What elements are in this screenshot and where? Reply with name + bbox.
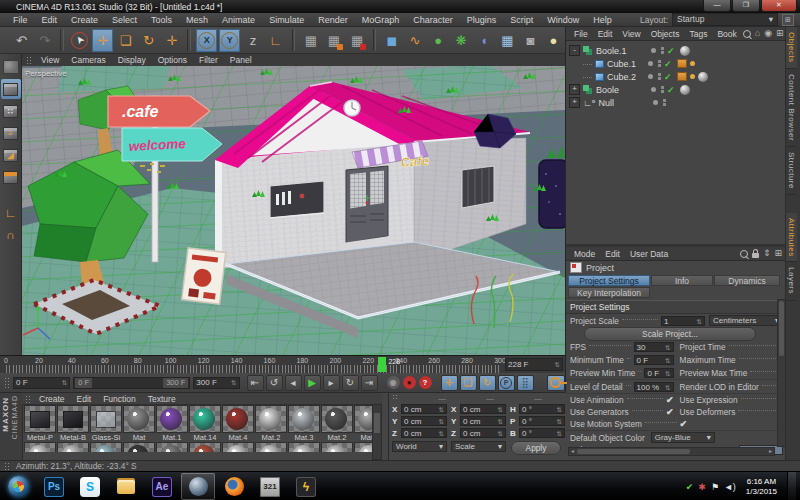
search-icon[interactable] — [740, 250, 748, 258]
usb-icon[interactable]: ✱ — [698, 482, 706, 492]
preview-min-field[interactable]: 0 F⇅ — [644, 368, 673, 378]
material-menu-texture[interactable]: Texture — [142, 394, 182, 404]
menu-tools[interactable]: Tools — [144, 15, 179, 25]
material-mat-2[interactable]: Mat.2 — [321, 405, 353, 442]
object-name[interactable]: Boole — [596, 85, 648, 95]
menu-edit[interactable]: Edit — [35, 15, 65, 25]
goto-end-button[interactable]: ⇥ — [361, 375, 378, 391]
object-row-boole-1[interactable]: -Boole.1✓ — [569, 44, 787, 57]
material-row2[interactable] — [123, 442, 155, 452]
visibility-toggles[interactable] — [661, 86, 664, 93]
menu-mograph[interactable]: MoGraph — [355, 15, 407, 25]
add-camera-button[interactable]: ◙ — [520, 29, 541, 52]
next-frame-button[interactable]: ▸ — [323, 375, 340, 391]
record-active-objects-button[interactable] — [547, 375, 565, 391]
object-menu-edit[interactable]: Edit — [593, 29, 618, 39]
lock-icon[interactable] — [752, 253, 759, 258]
lod-field[interactable]: 100 %⇅ — [634, 382, 674, 392]
material-row2[interactable] — [24, 442, 56, 452]
add-box-icon[interactable]: ⊞ — [774, 249, 782, 258]
material-mat-1[interactable]: Mat.1 — [156, 405, 188, 442]
undo-button[interactable]: ↶ — [11, 29, 32, 52]
redo-button[interactable]: ↷ — [34, 29, 55, 52]
search-icon[interactable] — [743, 30, 751, 38]
material-row2[interactable] — [90, 442, 122, 452]
material-name[interactable]: Mat — [123, 433, 155, 442]
taskbar-clock[interactable]: 6:16 AM1/3/2015 — [741, 477, 782, 496]
material-menu-create[interactable]: Create — [33, 394, 71, 404]
record-keyframe-button[interactable]: ◉ — [387, 376, 400, 389]
enabled-checkmark-icon[interactable]: ✓ — [664, 59, 674, 69]
tab-info[interactable]: Info — [651, 275, 713, 286]
add-spline-button[interactable]: ∿ — [404, 29, 425, 52]
dot-tag-icon[interactable] — [690, 61, 695, 66]
phong-tag-icon[interactable] — [677, 59, 687, 68]
minimum-time-field[interactable]: 0 F⇅ — [634, 355, 674, 365]
layout-dropdown[interactable]: Startup▾ — [672, 13, 778, 26]
object-name[interactable]: Cube.2 — [607, 72, 645, 82]
material-row2[interactable] — [288, 442, 320, 452]
object-name[interactable]: Null — [598, 98, 650, 108]
viewport[interactable]: ViewCamerasDisplayOptionsFilterPanel Per… — [22, 54, 565, 356]
material-mat[interactable]: Mat — [123, 405, 155, 442]
visibility-dot[interactable] — [651, 48, 656, 53]
visibility-toggles[interactable] — [658, 60, 661, 67]
loop-button[interactable]: ↻ — [342, 375, 359, 391]
material-name[interactable]: Metal-P — [24, 433, 56, 442]
material-name[interactable]: Mat.3 — [288, 433, 320, 442]
material-row2[interactable] — [321, 442, 353, 452]
timeline-ruler[interactable]: 0204060801001201401601802002202402602803… — [0, 355, 565, 375]
visibility-toggles[interactable] — [661, 47, 664, 54]
object-row-cube-2[interactable]: Cube.2✓ — [569, 70, 787, 83]
taskbar-file-explorer[interactable] — [109, 473, 143, 500]
material-mat-2[interactable]: Mat.2 — [255, 405, 287, 442]
side-tab-structure[interactable]: Structure — [786, 147, 797, 195]
show-desktop-button[interactable] — [787, 472, 796, 500]
tab-key-interpolation[interactable]: Key Interpolation — [568, 287, 650, 298]
material-name[interactable]: Mat.14 — [189, 433, 221, 442]
world-dropdown[interactable]: World▾ — [392, 441, 447, 452]
object-name[interactable]: Boole.1 — [596, 46, 648, 56]
material-row2[interactable] — [156, 442, 188, 452]
edge-mode-button[interactable]: ≡ — [1, 123, 21, 143]
menu-animate[interactable]: Animate — [215, 15, 262, 25]
attribute-menu-mode[interactable]: Mode — [569, 249, 600, 259]
material-row2[interactable] — [57, 442, 89, 452]
material-row2[interactable] — [189, 442, 221, 452]
render-settings-button[interactable]: ▦ — [347, 29, 368, 52]
volume-icon[interactable]: ◄) — [724, 482, 736, 492]
live-selection-button[interactable]: ➤ — [69, 29, 90, 52]
goto-start-button[interactable]: ⇤ — [247, 375, 264, 391]
default-color-dropdown[interactable]: Gray-Blue▾ — [651, 432, 715, 443]
object-menu-book[interactable]: Book — [712, 29, 741, 39]
cafe-door[interactable] — [340, 166, 394, 253]
material-menu-edit[interactable]: Edit — [71, 394, 98, 404]
use-generators-checkbox[interactable]: ✔ — [666, 407, 674, 417]
add-environment-button[interactable]: ▦ — [497, 29, 518, 52]
drag-handle-icon[interactable] — [25, 395, 31, 403]
key-rotation-toggle[interactable]: ↻ — [479, 375, 496, 391]
side-tab-attributes[interactable]: Attributes — [786, 213, 797, 263]
taskbar-start-button[interactable] — [1, 473, 35, 500]
object-menu-objects[interactable]: Objects — [646, 29, 685, 39]
object-row-boole[interactable]: +Boole✓ — [569, 83, 787, 96]
autokey-button[interactable]: ● — [403, 376, 416, 389]
use-motion-checkbox[interactable]: ✔ — [680, 419, 688, 429]
enabled-checkmark-icon[interactable]: ✓ — [667, 85, 677, 95]
render-view-button[interactable]: ▦ — [300, 29, 321, 52]
current-frame-marker[interactable] — [378, 357, 386, 372]
coord-field-y1[interactable]: 0 cm⇅ — [460, 416, 506, 426]
menu-character[interactable]: Character — [406, 15, 460, 25]
side-tab-objects[interactable]: Objects — [786, 27, 797, 69]
coordinate-system-button[interactable]: ∟ — [265, 29, 286, 52]
menu-script[interactable]: Script — [503, 15, 540, 25]
tab-dynamics[interactable]: Dynamics — [714, 275, 780, 286]
coord-field-y0[interactable]: 0 cm⇅ — [401, 416, 447, 426]
taskbar-media-player-classic[interactable]: 321 — [253, 473, 287, 500]
range-slider[interactable]: 0 F 300 F — [73, 377, 190, 389]
menu-poster[interactable] — [182, 248, 226, 304]
menu-plugins[interactable]: Plugins — [460, 15, 504, 25]
frame-spinner[interactable]: 228 F⇅ — [505, 358, 563, 371]
material-name[interactable]: Mat.1 — [156, 433, 188, 442]
minimize-button[interactable]: — — [703, 0, 731, 12]
